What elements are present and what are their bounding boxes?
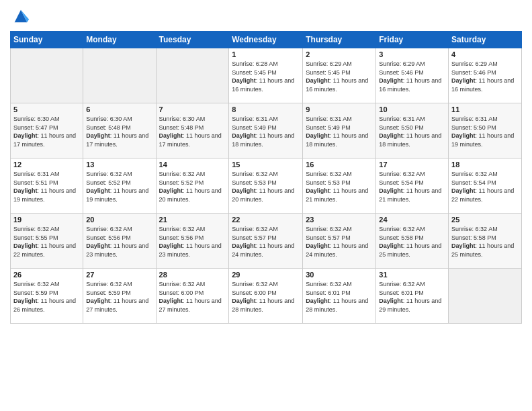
day-info: Sunrise: 6:30 AMSunset: 5:48 PMDaylight:… [159, 115, 226, 148]
col-header-thursday: Thursday [303, 32, 376, 48]
calendar-cell: 21Sunrise: 6:32 AMSunset: 5:56 PMDayligh… [156, 214, 229, 269]
day-info: Sunrise: 6:31 AMSunset: 5:50 PMDaylight:… [451, 115, 519, 148]
day-number: 11 [451, 105, 519, 113]
calendar-cell: 20Sunrise: 6:32 AMSunset: 5:56 PMDayligh… [83, 214, 156, 269]
day-info: Sunrise: 6:32 AMSunset: 5:56 PMDaylight:… [159, 225, 226, 259]
day-number: 6 [86, 105, 152, 113]
day-info: Sunrise: 6:31 AMSunset: 5:51 PMDaylight:… [13, 170, 80, 203]
day-info: Sunrise: 6:31 AMSunset: 5:49 PMDaylight:… [232, 115, 300, 148]
day-number: 22 [232, 216, 300, 224]
col-header-wednesday: Wednesday [229, 32, 303, 48]
day-number: 25 [451, 216, 519, 224]
day-info: Sunrise: 6:31 AMSunset: 5:49 PMDaylight:… [306, 115, 373, 148]
calendar-cell: 22Sunrise: 6:32 AMSunset: 5:57 PMDayligh… [229, 214, 303, 269]
day-number: 17 [379, 161, 445, 169]
day-number: 14 [159, 161, 226, 169]
calendar-cell [11, 48, 83, 103]
logo [10, 7, 30, 26]
day-info: Sunrise: 6:32 AMSunset: 6:00 PMDaylight:… [232, 280, 300, 314]
calendar-cell: 1Sunrise: 6:28 AMSunset: 5:45 PMDaylight… [229, 48, 303, 103]
day-number: 31 [379, 271, 445, 279]
col-header-monday: Monday [83, 32, 156, 48]
day-info: Sunrise: 6:32 AMSunset: 5:58 PMDaylight:… [451, 225, 519, 259]
day-number: 30 [306, 271, 373, 279]
day-info: Sunrise: 6:32 AMSunset: 5:57 PMDaylight:… [232, 225, 300, 259]
calendar-cell [449, 269, 522, 324]
calendar-cell: 13Sunrise: 6:32 AMSunset: 5:52 PMDayligh… [83, 158, 156, 214]
col-header-sunday: Sunday [11, 32, 83, 48]
day-number: 18 [451, 161, 519, 169]
calendar-cell: 9Sunrise: 6:31 AMSunset: 5:49 PMDaylight… [303, 103, 376, 158]
day-number: 7 [159, 105, 226, 113]
day-number: 12 [13, 161, 80, 169]
calendar-cell: 17Sunrise: 6:32 AMSunset: 5:54 PMDayligh… [376, 158, 449, 214]
day-number: 15 [232, 161, 300, 169]
day-number: 2 [306, 50, 373, 58]
day-number: 23 [306, 216, 373, 224]
calendar-cell: 5Sunrise: 6:30 AMSunset: 5:47 PMDaylight… [11, 103, 83, 158]
day-number: 4 [451, 50, 519, 58]
day-number: 29 [232, 271, 300, 279]
calendar-cell: 16Sunrise: 6:32 AMSunset: 5:53 PMDayligh… [303, 158, 376, 214]
logo-icon [11, 7, 30, 26]
day-info: Sunrise: 6:32 AMSunset: 5:57 PMDaylight:… [306, 225, 373, 259]
calendar-cell: 11Sunrise: 6:31 AMSunset: 5:50 PMDayligh… [449, 103, 522, 158]
calendar-cell: 19Sunrise: 6:32 AMSunset: 5:55 PMDayligh… [11, 214, 83, 269]
day-number: 21 [159, 216, 226, 224]
day-info: Sunrise: 6:32 AMSunset: 5:59 PMDaylight:… [13, 280, 80, 314]
calendar-cell: 4Sunrise: 6:29 AMSunset: 5:46 PMDaylight… [449, 48, 522, 103]
day-info: Sunrise: 6:32 AMSunset: 5:53 PMDaylight:… [306, 170, 373, 203]
day-number: 13 [86, 161, 152, 169]
calendar-cell: 25Sunrise: 6:32 AMSunset: 5:58 PMDayligh… [449, 214, 522, 269]
day-info: Sunrise: 6:32 AMSunset: 5:56 PMDaylight:… [86, 225, 152, 259]
calendar-cell [83, 48, 156, 103]
calendar-cell: 3Sunrise: 6:29 AMSunset: 5:46 PMDaylight… [376, 48, 449, 103]
day-info: Sunrise: 6:31 AMSunset: 5:50 PMDaylight:… [379, 115, 445, 148]
day-number: 8 [232, 105, 300, 113]
day-info: Sunrise: 6:32 AMSunset: 6:01 PMDaylight:… [379, 280, 445, 314]
calendar-cell: 8Sunrise: 6:31 AMSunset: 5:49 PMDaylight… [229, 103, 303, 158]
calendar-cell: 14Sunrise: 6:32 AMSunset: 5:52 PMDayligh… [156, 158, 229, 214]
calendar-cell: 18Sunrise: 6:32 AMSunset: 5:54 PMDayligh… [449, 158, 522, 214]
day-info: Sunrise: 6:32 AMSunset: 6:00 PMDaylight:… [159, 280, 226, 314]
page-container: SundayMondayTuesdayWednesdayThursdayFrid… [0, 0, 532, 411]
day-info: Sunrise: 6:32 AMSunset: 5:52 PMDaylight:… [86, 170, 152, 203]
col-header-saturday: Saturday [449, 32, 522, 48]
calendar-cell: 27Sunrise: 6:32 AMSunset: 5:59 PMDayligh… [83, 269, 156, 324]
calendar-cell [156, 48, 229, 103]
day-number: 27 [86, 271, 152, 279]
calendar-cell: 2Sunrise: 6:29 AMSunset: 5:45 PMDaylight… [303, 48, 376, 103]
day-info: Sunrise: 6:29 AMSunset: 5:46 PMDaylight:… [451, 60, 519, 93]
day-info: Sunrise: 6:32 AMSunset: 5:55 PMDaylight:… [13, 225, 80, 259]
calendar-cell: 30Sunrise: 6:32 AMSunset: 6:01 PMDayligh… [303, 269, 376, 324]
calendar-cell: 23Sunrise: 6:32 AMSunset: 5:57 PMDayligh… [303, 214, 376, 269]
calendar-cell: 10Sunrise: 6:31 AMSunset: 5:50 PMDayligh… [376, 103, 449, 158]
day-number: 20 [86, 216, 152, 224]
col-header-tuesday: Tuesday [156, 32, 229, 48]
calendar-cell: 15Sunrise: 6:32 AMSunset: 5:53 PMDayligh… [229, 158, 303, 214]
calendar-cell: 6Sunrise: 6:30 AMSunset: 5:48 PMDaylight… [83, 103, 156, 158]
calendar-cell: 12Sunrise: 6:31 AMSunset: 5:51 PMDayligh… [11, 158, 83, 214]
day-info: Sunrise: 6:32 AMSunset: 6:01 PMDaylight:… [306, 280, 373, 314]
col-header-friday: Friday [376, 32, 449, 48]
day-info: Sunrise: 6:32 AMSunset: 5:54 PMDaylight:… [379, 170, 445, 203]
day-info: Sunrise: 6:28 AMSunset: 5:45 PMDaylight:… [232, 60, 300, 93]
day-number: 1 [232, 50, 300, 58]
calendar-cell: 7Sunrise: 6:30 AMSunset: 5:48 PMDaylight… [156, 103, 229, 158]
header [10, 7, 522, 26]
day-info: Sunrise: 6:30 AMSunset: 5:48 PMDaylight:… [86, 115, 152, 148]
day-number: 5 [13, 105, 80, 113]
day-number: 28 [159, 271, 226, 279]
calendar-cell: 24Sunrise: 6:32 AMSunset: 5:58 PMDayligh… [376, 214, 449, 269]
calendar-table: SundayMondayTuesdayWednesdayThursdayFrid… [10, 31, 522, 324]
day-number: 3 [379, 50, 445, 58]
day-info: Sunrise: 6:32 AMSunset: 5:52 PMDaylight:… [159, 170, 226, 203]
day-number: 24 [379, 216, 445, 224]
day-info: Sunrise: 6:32 AMSunset: 5:53 PMDaylight:… [232, 170, 300, 203]
day-number: 9 [306, 105, 373, 113]
calendar-cell: 31Sunrise: 6:32 AMSunset: 6:01 PMDayligh… [376, 269, 449, 324]
day-info: Sunrise: 6:32 AMSunset: 5:58 PMDaylight:… [379, 225, 445, 259]
day-info: Sunrise: 6:29 AMSunset: 5:46 PMDaylight:… [379, 60, 445, 93]
day-number: 16 [306, 161, 373, 169]
day-number: 10 [379, 105, 445, 113]
